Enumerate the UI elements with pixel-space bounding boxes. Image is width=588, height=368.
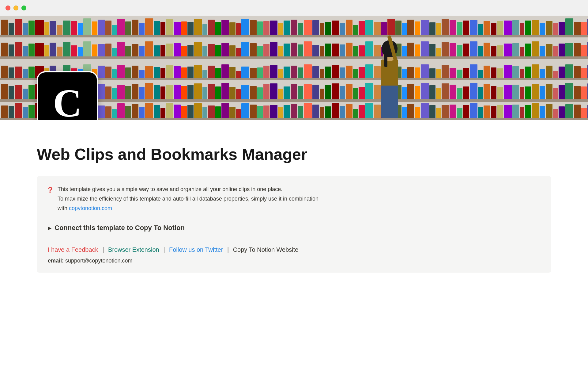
- maximize-button[interactable]: [21, 6, 26, 10]
- page-title: Web Clips and Bookmarks Manager: [37, 145, 551, 164]
- copy-notion-link[interactable]: Copy To Notion Website: [233, 246, 299, 253]
- svg-rect-3: [384, 49, 387, 67]
- extension-link[interactable]: Browser Extension: [108, 246, 159, 253]
- toggle-section: ▶ Connect this template to Copy To Notio…: [48, 221, 540, 234]
- close-button[interactable]: [6, 6, 10, 10]
- window-chrome: [0, 0, 588, 16]
- callout-text-line2: To maximize the efficiency of this templ…: [58, 194, 318, 213]
- toggle-header[interactable]: ▶ Connect this template to Copy To Notio…: [48, 221, 540, 234]
- toggle-title: Connect this template to Copy To Notion: [55, 224, 185, 232]
- hero-image: C: [0, 16, 588, 120]
- toggle-arrow-icon: ▶: [48, 225, 51, 231]
- callout-text-line1: This template gives you a simple way to …: [58, 185, 318, 194]
- separator-3: |: [227, 246, 229, 253]
- main-content: Web Clips and Bookmarks Manager ? This t…: [0, 120, 588, 291]
- email-row: email: support@copytonotion.com: [48, 258, 540, 264]
- callout-content: ? This template gives you a simple way t…: [48, 185, 540, 213]
- email-address: support@copytonotion.com: [65, 258, 132, 264]
- feedback-link[interactable]: I have a Feedback: [48, 246, 98, 253]
- separator-2: |: [163, 246, 165, 253]
- app-logo: C: [37, 71, 98, 120]
- separator-1: |: [102, 246, 104, 253]
- callout-box: ? This template gives you a simple way t…: [37, 176, 551, 273]
- callout-text-block: This template gives you a simple way to …: [58, 185, 318, 213]
- svg-rect-5: [381, 86, 398, 118]
- email-label: email:: [48, 258, 64, 264]
- callout-icon: ?: [48, 185, 53, 195]
- copytonotion-link[interactable]: copytonotion.com: [69, 205, 112, 211]
- logo-container: C: [37, 71, 98, 120]
- logo-letter: C: [53, 83, 82, 120]
- minimize-button[interactable]: [13, 6, 18, 10]
- links-row: I have a Feedback | Browser Extension | …: [48, 244, 540, 255]
- links-section: I have a Feedback | Browser Extension | …: [48, 244, 540, 264]
- twitter-link[interactable]: Follow us on Twitter: [169, 246, 223, 253]
